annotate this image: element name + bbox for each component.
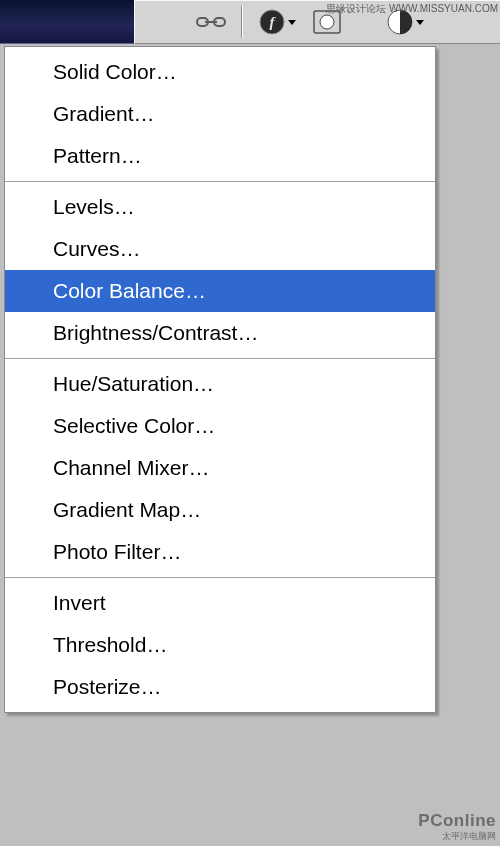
- menu-item-gradient[interactable]: Gradient…: [5, 93, 435, 135]
- menu-item-levels[interactable]: Levels…: [5, 186, 435, 228]
- watermark-top: 思缘设计论坛 WWW.MISSYUAN.COM: [326, 2, 500, 16]
- menu-item-curves[interactable]: Curves…: [5, 228, 435, 270]
- menu-item-solid-color[interactable]: Solid Color…: [5, 51, 435, 93]
- menu-item-threshold[interactable]: Threshold…: [5, 624, 435, 666]
- chevron-down-icon: [288, 20, 296, 25]
- menu-item-gradient-map[interactable]: Gradient Map…: [5, 489, 435, 531]
- menu-separator: [5, 358, 435, 359]
- adjustment-layer-menu: Solid Color…Gradient…Pattern…Levels…Curv…: [4, 46, 436, 713]
- svg-point-7: [320, 15, 334, 29]
- menu-separator: [5, 181, 435, 182]
- link-icon[interactable]: [191, 6, 231, 38]
- menu-item-invert[interactable]: Invert: [5, 582, 435, 624]
- watermark-bottom: PConline 太平洋电脑网: [418, 811, 496, 842]
- chevron-down-icon: [416, 20, 424, 25]
- menu-item-posterize[interactable]: Posterize…: [5, 666, 435, 708]
- menu-separator: [5, 577, 435, 578]
- toolbar-divider: [241, 6, 243, 38]
- menu-item-hue-saturation[interactable]: Hue/Saturation…: [5, 363, 435, 405]
- menu-item-brightness-contrast[interactable]: Brightness/Contrast…: [5, 312, 435, 354]
- menu-item-channel-mixer[interactable]: Channel Mixer…: [5, 447, 435, 489]
- panel-strip: f 思缘设计论坛 WWW.MISSYUAN.COM: [0, 0, 500, 46]
- menu-item-selective-color[interactable]: Selective Color…: [5, 405, 435, 447]
- menu-item-photo-filter[interactable]: Photo Filter…: [5, 531, 435, 573]
- fx-icon[interactable]: f: [253, 6, 301, 38]
- menu-item-color-balance[interactable]: Color Balance…: [5, 270, 435, 312]
- menu-item-pattern[interactable]: Pattern…: [5, 135, 435, 177]
- canvas-edge: [0, 0, 134, 44]
